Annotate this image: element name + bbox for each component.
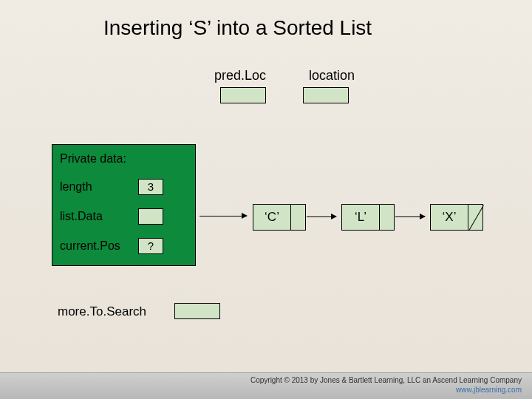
node-x: ‘X’	[430, 204, 468, 231]
node-l: ‘L’	[341, 204, 380, 231]
footer-copyright: Copyright © 2013 by Jones & Bartlett Lea…	[0, 375, 522, 385]
page-title: Inserting ‘S’ into a Sorted List	[103, 16, 372, 40]
private-data-header: Private data:	[60, 152, 126, 166]
length-value: 3	[138, 179, 163, 195]
listdata-value	[138, 208, 163, 225]
location-box	[303, 87, 349, 103]
currentpos-label: current.Pos	[60, 239, 120, 253]
currentpos-value: ?	[138, 238, 163, 254]
footer: Copyright © 2013 by Jones & Bartlett Lea…	[0, 372, 532, 399]
moretosearch-label: more.To.Search	[58, 304, 146, 319]
predloc-label: pred.Loc	[214, 68, 266, 83]
node-c-ptr	[291, 204, 306, 231]
object-panel: Private data: length 3 list.Data current…	[52, 144, 196, 266]
location-label: location	[309, 68, 355, 83]
node-l-ptr	[380, 204, 395, 231]
length-label: length	[60, 180, 92, 194]
arrow-l-to-x	[395, 216, 425, 217]
predloc-box	[220, 87, 266, 103]
node-x-ptr-null	[468, 204, 483, 231]
footer-url: www.jblearning.com	[0, 385, 522, 395]
arrow-listdata-to-c	[200, 216, 247, 216]
arrow-c-to-l	[307, 216, 336, 217]
listdata-label: list.Data	[60, 210, 103, 223]
moretosearch-box	[174, 303, 220, 319]
node-c: ‘C’	[253, 204, 291, 231]
null-slash-icon	[468, 205, 483, 231]
